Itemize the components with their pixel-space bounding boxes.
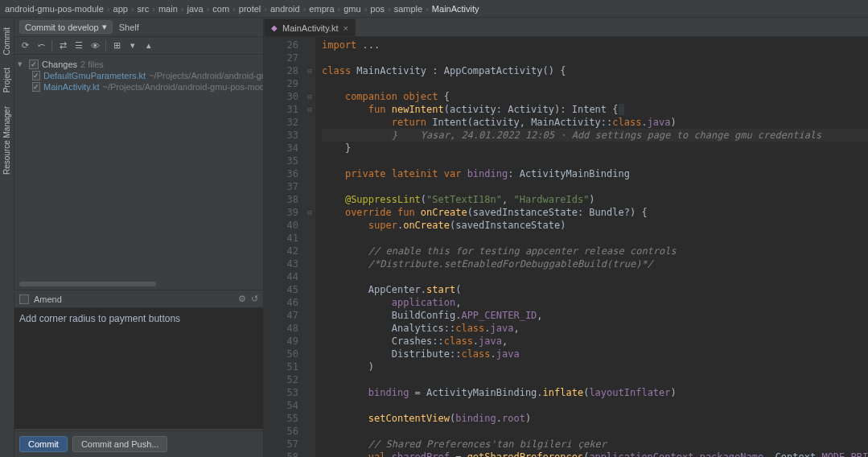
code-line[interactable]: override fun onCreate(savedInstanceState…	[322, 206, 868, 219]
changed-file-row[interactable]: MainActivity.kt ~/Projects/Android/andro…	[14, 81, 263, 93]
code-line[interactable]: val sharedPref = getSharedPreferences(ap…	[322, 451, 868, 457]
file-name: DefaultGmuParameters.kt	[43, 71, 146, 80]
fold-marker	[304, 116, 315, 129]
changes-root-node[interactable]: ▾ Changes 2 files	[14, 58, 263, 70]
code-line[interactable]	[322, 180, 868, 193]
code-line[interactable]: setContentView(binding.root)	[322, 412, 868, 425]
chevron-right-icon: ›	[232, 4, 236, 14]
code-line[interactable]: binding = ActivityMainBinding.inflate(la…	[322, 386, 868, 399]
horizontal-scrollbar[interactable]	[19, 282, 156, 286]
fold-marker	[304, 245, 315, 257]
editor-body[interactable]: 2627282930313233343536373839404142434445…	[264, 37, 868, 457]
diff-icon[interactable]: ⇄	[56, 39, 70, 53]
fold-marker	[304, 309, 315, 322]
line-number: 48	[264, 322, 298, 335]
breadcrumb-item[interactable]: sample	[394, 4, 422, 14]
breadcrumb-item[interactable]: android-gmu-pos-module	[5, 4, 104, 14]
fold-marker	[304, 77, 315, 90]
code-line[interactable]	[322, 425, 868, 438]
code-line[interactable]	[322, 154, 868, 167]
code-line[interactable]	[322, 232, 868, 245]
breadcrumb-item[interactable]: android	[270, 4, 300, 14]
amend-checkbox[interactable]	[19, 294, 29, 304]
line-number: 27	[264, 51, 298, 64]
tool-tab-project[interactable]: Project	[2, 68, 11, 93]
changes-root-checkbox[interactable]	[29, 60, 39, 69]
fold-marker	[304, 257, 315, 270]
file-name: MainActivity.kt	[43, 82, 99, 92]
breadcrumb-item[interactable]: java	[187, 4, 203, 14]
code-line[interactable]: class MainActivity : AppCompatActivity()…	[322, 64, 868, 77]
code-line[interactable]: Crashes::class.java,	[322, 335, 868, 348]
eye-icon[interactable]: 👁	[88, 39, 102, 53]
line-number: 33	[264, 129, 298, 142]
fold-marker[interactable]: ⊟	[304, 90, 315, 103]
breadcrumb-item[interactable]: pos	[370, 4, 385, 14]
tool-tab-resource-manager[interactable]: Resource Manager	[2, 106, 11, 175]
fold-marker[interactable]: ⊟	[304, 103, 315, 116]
breadcrumb-item[interactable]: empra	[309, 4, 334, 14]
code-line[interactable]: return Intent(activity, MainActivity::cl…	[322, 116, 868, 129]
code-line[interactable]: BuildConfig.APP_CENTER_ID,	[322, 309, 868, 322]
code-line[interactable]	[322, 51, 868, 64]
commit-and-push-button[interactable]: Commit and Push...	[72, 436, 168, 452]
kotlin-file-icon: ◆	[271, 23, 278, 32]
code-line[interactable]: @SuppressLint("SetTextI18n", "HardwareId…	[322, 193, 868, 206]
tool-tab-commit[interactable]: Commit	[2, 27, 11, 55]
fold-marker	[304, 51, 315, 64]
rollback-icon[interactable]: ⤺	[34, 39, 48, 53]
code-area[interactable]: import ... class MainActivity : AppCompa…	[315, 37, 868, 457]
twisty-icon[interactable]: ▾	[18, 59, 26, 69]
file-checkbox[interactable]	[32, 71, 40, 80]
code-line[interactable]	[322, 270, 868, 283]
breadcrumb-item[interactable]: com	[212, 4, 229, 14]
fold-marker	[304, 373, 315, 386]
code-line[interactable]: companion object {	[322, 90, 868, 103]
changelist-icon[interactable]: ☰	[72, 39, 86, 53]
code-line[interactable]: // Shared Preferences'tan bilgileri çeke…	[322, 438, 868, 451]
changes-tree[interactable]: ▾ Changes 2 files DefaultGmuParameters.k…	[14, 55, 263, 278]
code-line[interactable]: private lateinit var binding: ActivityMa…	[322, 167, 868, 180]
refresh-icon[interactable]: ⟳	[18, 39, 32, 53]
breadcrumb-item[interactable]: src	[138, 4, 150, 14]
editor-tab-mainactivity[interactable]: ◆ MainActivity.kt ×	[264, 19, 356, 36]
close-icon[interactable]: ×	[343, 23, 348, 33]
changed-file-row[interactable]: DefaultGmuParameters.kt ~/Projects/Andro…	[14, 70, 263, 81]
commit-target-combo[interactable]: Commit to develop ▾	[19, 20, 113, 34]
fold-marker[interactable]: ⊟	[304, 64, 315, 77]
collapse-icon[interactable]: ▴	[142, 39, 156, 53]
breadcrumb-item[interactable]: protel	[239, 4, 261, 14]
code-line[interactable]	[322, 77, 868, 90]
code-line[interactable]	[322, 399, 868, 412]
code-line[interactable]: import ...	[322, 39, 868, 51]
breadcrumb-item[interactable]: app	[113, 4, 128, 14]
fold-marker[interactable]: ⊟	[304, 206, 315, 219]
code-line[interactable]: // enable this for testing appcenter rel…	[322, 245, 868, 257]
history-icon[interactable]: ↺	[251, 294, 258, 304]
line-number: 40	[264, 219, 298, 232]
code-line[interactable]: application,	[322, 296, 868, 309]
breadcrumb-item[interactable]: gmu	[343, 4, 360, 14]
file-checkbox[interactable]	[32, 82, 40, 92]
shelf-tab[interactable]: Shelf	[119, 23, 139, 32]
breadcrumb-item[interactable]: MainActivity	[432, 4, 479, 14]
commit-button[interactable]: Commit	[19, 436, 68, 452]
code-line[interactable]: } Yasar, 24.01.2022 12:05 · Add settings…	[322, 129, 868, 142]
code-line[interactable]: }	[322, 142, 868, 154]
expand-icon[interactable]: ▾	[125, 39, 140, 53]
code-line[interactable]: /*Distribute.setEnabledForDebuggableBuil…	[322, 257, 868, 270]
code-line[interactable]: Distribute::class.java	[322, 348, 868, 360]
breadcrumb-item[interactable]: main	[158, 4, 178, 14]
code-line[interactable]: fun newIntent(activity: Activity): Inten…	[322, 103, 868, 116]
code-line[interactable]: super.onCreate(savedInstanceState)	[322, 219, 868, 232]
code-line[interactable]: Analytics::class.java,	[322, 322, 868, 335]
fold-marker	[304, 232, 315, 245]
commit-message-input[interactable]	[14, 308, 263, 429]
code-line[interactable]	[322, 373, 868, 386]
gear-icon[interactable]: ⚙	[238, 294, 246, 304]
code-line[interactable]: )	[322, 360, 868, 373]
toolbar-separator	[105, 40, 106, 51]
code-line[interactable]: AppCenter.start(	[322, 283, 868, 296]
group-icon[interactable]: ⊞	[109, 39, 124, 53]
editor-area: ◆ MainActivity.kt × 26272829303132333435…	[264, 18, 868, 457]
